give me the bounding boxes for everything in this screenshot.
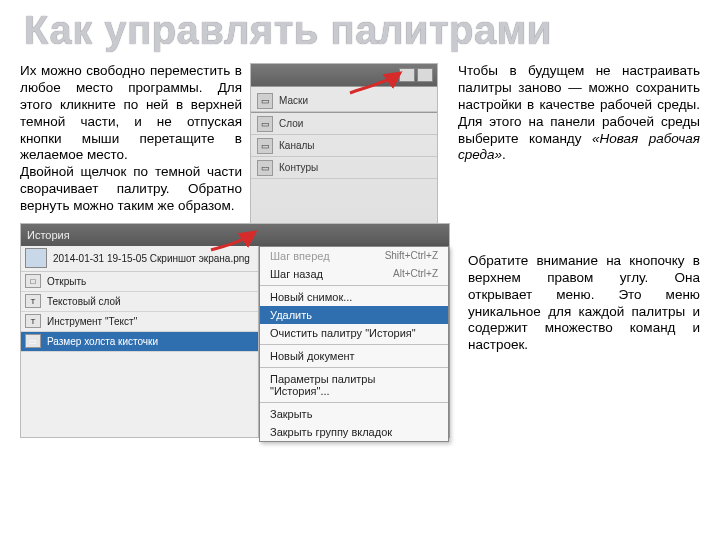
history-step-icon: T xyxy=(25,314,41,328)
palette-icon: ▭ xyxy=(257,93,273,109)
palette-icon: ▭ xyxy=(257,160,273,176)
palette-label: Маски xyxy=(279,95,308,106)
palette-label: Контуры xyxy=(279,162,318,173)
menu-shortcut: Alt+Ctrl+Z xyxy=(393,268,438,279)
menu-item[interactable]: Параметры палитры "История"... xyxy=(260,370,448,400)
para-4: Обратите внимание на кнопочку в верхнем … xyxy=(468,253,700,352)
palette-label: Слои xyxy=(279,118,303,129)
history-row[interactable]: TТекстовый слой xyxy=(21,292,258,312)
menu-item-label: Новый снимок... xyxy=(270,291,352,303)
history-row[interactable]: TИнструмент "Текст" xyxy=(21,312,258,332)
close-icon[interactable] xyxy=(417,68,433,82)
menu-separator xyxy=(260,367,448,368)
menu-item-label: Удалить xyxy=(270,309,312,321)
palette-icon: ▭ xyxy=(257,138,273,154)
menu-item[interactable]: Закрыть группу вкладок xyxy=(260,423,448,441)
history-tab[interactable]: История xyxy=(27,229,70,241)
snapshot-filename: 2014-01-31 19-15-05 Скриншот экрана.png xyxy=(53,253,250,264)
menu-item-label: Закрыть группу вкладок xyxy=(270,426,392,438)
history-step-label: Текстовый слой xyxy=(47,296,121,307)
menu-separator xyxy=(260,285,448,286)
menu-item[interactable]: Закрыть xyxy=(260,405,448,423)
palettes-screenshot: ▭Маски▭Слои▭Каналы▭Контуры xyxy=(250,63,440,215)
menu-item-label: Шаг назад xyxy=(270,268,323,280)
menu-item-label: Очистить палитру "История" xyxy=(270,327,416,339)
history-step-icon: ▭ xyxy=(25,334,41,348)
history-step-label: Инструмент "Текст" xyxy=(47,316,137,327)
menu-separator xyxy=(260,402,448,403)
history-step-icon: □ xyxy=(25,274,41,288)
menu-item[interactable]: Новый снимок... xyxy=(260,288,448,306)
palette-tab[interactable]: ▭Контуры xyxy=(251,157,437,179)
menu-separator xyxy=(260,344,448,345)
menu-item[interactable]: Шаг назадAlt+Ctrl+Z xyxy=(260,265,448,283)
menu-item: Шаг впередShift+Ctrl+Z xyxy=(260,247,448,265)
history-step-icon: T xyxy=(25,294,41,308)
paragraph-right-bottom: Обратите внимание на кнопочку в верхнем … xyxy=(450,223,700,438)
history-step-label: Открыть xyxy=(47,276,86,287)
history-snapshot-row[interactable]: 2014-01-31 19-15-05 Скриншот экрана.png xyxy=(21,246,258,272)
palette-titlebar[interactable]: История xyxy=(21,224,449,246)
history-step-label: Размер холста кисточки xyxy=(47,336,158,347)
palette-drag-bar[interactable] xyxy=(251,64,437,86)
paragraph-right-top: Чтобы в будущем не настраивать палитры з… xyxy=(440,63,700,215)
palette-context-menu: Шаг впередShift+Ctrl+ZШаг назадAlt+Ctrl+… xyxy=(259,246,449,442)
menu-item[interactable]: Новый документ xyxy=(260,347,448,365)
para-1: Их можно свободно переместить в любое ме… xyxy=(20,63,242,162)
menu-item-label: Параметры палитры "История"... xyxy=(270,373,438,397)
collapse-icon[interactable] xyxy=(399,68,415,82)
palette-tab[interactable]: ▭Маски xyxy=(251,90,437,112)
menu-item-label: Шаг вперед xyxy=(270,250,330,262)
history-row[interactable]: ▭Размер холста кисточки xyxy=(21,332,258,352)
palette-label: Каналы xyxy=(279,140,315,151)
menu-shortcut: Shift+Ctrl+Z xyxy=(385,250,438,261)
menu-item[interactable]: Очистить палитру "История" xyxy=(260,324,448,342)
snapshot-thumb-icon xyxy=(25,248,47,268)
paragraph-left: Их можно свободно переместить в любое ме… xyxy=(20,63,250,215)
menu-item-label: Закрыть xyxy=(270,408,312,420)
page-title: Как управлять палитрами xyxy=(0,0,720,63)
history-row[interactable]: □Открыть xyxy=(21,272,258,292)
menu-item[interactable]: Удалить xyxy=(260,306,448,324)
palette-tab[interactable]: ▭Слои xyxy=(251,113,437,135)
palette-icon: ▭ xyxy=(257,116,273,132)
history-screenshot: История 2014-01-31 19-15-05 Скриншот экр… xyxy=(20,223,450,438)
palette-tab[interactable]: ▭Каналы xyxy=(251,135,437,157)
para-2: Двойной щелчок по темной части сворачива… xyxy=(20,164,242,213)
menu-item-label: Новый документ xyxy=(270,350,355,362)
